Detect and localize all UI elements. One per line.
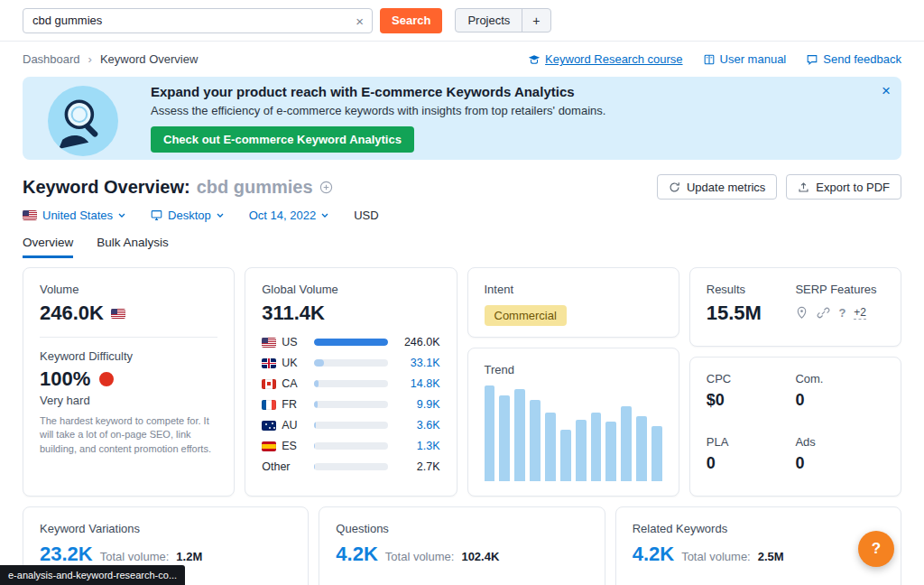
cpc-card: CPC $0 Com. 0 PLA 0 Ads 0 [689, 357, 901, 497]
page-title: Keyword Overview: [23, 177, 190, 198]
send-feedback-link[interactable]: Send feedback [806, 52, 901, 66]
projects-button-group: Projects + [455, 8, 550, 32]
country-volume-row: US 246.0K [262, 336, 439, 348]
trend-bar [545, 413, 556, 481]
us-flag-icon [262, 338, 276, 348]
keyword-research-course-link[interactable]: Keyword Research course [528, 52, 682, 66]
search-button[interactable]: Search [380, 8, 442, 33]
export-pdf-button[interactable]: Export to PDF [786, 174, 901, 200]
country-volume-row: AU 3.6K [262, 419, 439, 432]
header-links: Keyword Research course User manual Send… [528, 52, 901, 66]
trend-bar [636, 416, 647, 481]
tab-bulk-analysis[interactable]: Bulk Analysis [97, 236, 169, 258]
divider [40, 337, 217, 338]
keyword-difficulty-gauge-icon [99, 372, 114, 386]
date-filter[interactable]: Oct 14, 2022 [249, 209, 328, 222]
trend-bar [576, 420, 587, 481]
variations-count-link[interactable]: 23.2K [40, 543, 93, 566]
desktop-icon [151, 209, 162, 221]
ads-value: 0 [795, 454, 884, 473]
new-project-button[interactable]: + [522, 9, 550, 32]
projects-button[interactable]: Projects [456, 9, 522, 32]
es-flag-icon [262, 441, 276, 451]
volume-bar [314, 401, 387, 408]
intent-trend-column: Intent Commercial Trend [467, 267, 679, 497]
trend-bar [621, 406, 632, 481]
fr-flag-icon [262, 400, 276, 410]
search-field-wrap: × [23, 8, 373, 33]
trend-bar [560, 430, 571, 481]
kd-value: 100% [40, 367, 90, 391]
global-volume-value: 311.4K [262, 302, 325, 325]
au-flag-icon [262, 421, 276, 431]
page-keyword: cbd gummies [197, 177, 313, 198]
breadcrumb: Dashboard Keyword Overview Keyword Resea… [23, 52, 901, 66]
country-volume-row: FR 9.9K [262, 398, 439, 411]
volume-bar [314, 380, 387, 387]
map-pin-icon [795, 306, 808, 320]
volume-bar [314, 359, 387, 367]
kd-level: Very hard [40, 394, 217, 407]
trend-bar [499, 395, 510, 481]
uk-flag-icon [262, 358, 276, 368]
pla-block: PLA 0 [707, 435, 796, 473]
results-cpc-column: Results 15.5M SERP Features ? +2 [689, 267, 901, 497]
user-manual-link[interactable]: User manual [703, 52, 787, 66]
global-volume-card: Global Volume 311.4K US 246.0K UK 33.1K … [245, 267, 457, 497]
intent-badge: Commercial [485, 305, 567, 326]
breadcrumb-current: Keyword Overview [100, 52, 198, 66]
banner-close-icon[interactable]: × [882, 82, 891, 100]
clear-search-button[interactable]: × [349, 11, 370, 30]
country-filter[interactable]: United States [23, 209, 125, 222]
tab-overview[interactable]: Overview [23, 236, 73, 258]
chevron-down-icon [118, 213, 125, 218]
trend-bar [514, 389, 525, 481]
ecommerce-promo-banner: Expand your product reach with E-commerc… [23, 77, 901, 160]
breadcrumb-separator [88, 52, 92, 66]
breadcrumb-dashboard[interactable]: Dashboard [23, 52, 80, 66]
magnifier-illustration [48, 86, 118, 156]
questions-card: Questions 4.2K Total volume: 102.4K [319, 506, 605, 585]
banner-cta-button[interactable]: Check out E-commerce Keyword Analytics [151, 126, 414, 153]
results-value: 15.5M [707, 302, 762, 325]
feedback-bubble-icon [806, 53, 818, 66]
trend-bar [530, 400, 541, 481]
intent-card: Intent Commercial [467, 267, 679, 338]
related-count-link[interactable]: 4.2K [633, 543, 674, 566]
question-mark-icon: ? [838, 306, 845, 320]
volume-bar [314, 422, 387, 429]
link-status-tooltip: e-analysis-and-keyword-research-co... [0, 565, 185, 585]
search-input[interactable] [23, 8, 373, 33]
banner-description: Assess the efficiency of e-commerce keyw… [151, 104, 605, 117]
page-header: Keyword Overview: cbd gummies Update met… [23, 174, 901, 200]
country-volume-row: UK 33.1K [262, 357, 439, 369]
competition-value: 0 [795, 391, 884, 410]
results-serp-card: Results 15.5M SERP Features ? +2 [689, 267, 901, 347]
update-metrics-button[interactable]: Update metrics [657, 174, 777, 200]
us-flag-icon [111, 309, 125, 319]
device-filter[interactable]: Desktop [151, 209, 224, 222]
cpc-block: CPC $0 [707, 372, 796, 410]
trend-bar [605, 422, 616, 481]
ads-block: Ads 0 [795, 435, 884, 473]
help-button[interactable]: ? [858, 531, 894, 567]
add-keyword-icon[interactable] [319, 181, 333, 194]
ca-flag-icon [262, 379, 276, 389]
kd-description: The hardest keyword to compete for. It w… [40, 414, 217, 456]
country-volume-row: ES 1.3K [262, 440, 439, 452]
serp-features-more-link[interactable]: +2 [854, 306, 866, 320]
top-search-bar: × Search Projects + [0, 0, 924, 42]
volume-bar [314, 463, 387, 470]
trend-bar [591, 413, 602, 481]
volume-bar [314, 339, 387, 346]
refresh-icon [669, 181, 680, 193]
questions-count-link[interactable]: 4.2K [336, 543, 377, 566]
volume-card: Volume 246.0K Keyword Difficulty 100% Ve… [23, 267, 235, 497]
filters-row: United States Desktop Oct 14, 2022 USD [23, 209, 901, 222]
results-block: Results 15.5M [707, 283, 796, 325]
volume-value: 246.0K [40, 302, 104, 325]
cpc-value: $0 [707, 391, 796, 410]
chevron-down-icon [217, 213, 224, 218]
competition-block: Com. 0 [795, 372, 884, 410]
banner-text: Expand your product reach with E-commerc… [151, 84, 605, 153]
